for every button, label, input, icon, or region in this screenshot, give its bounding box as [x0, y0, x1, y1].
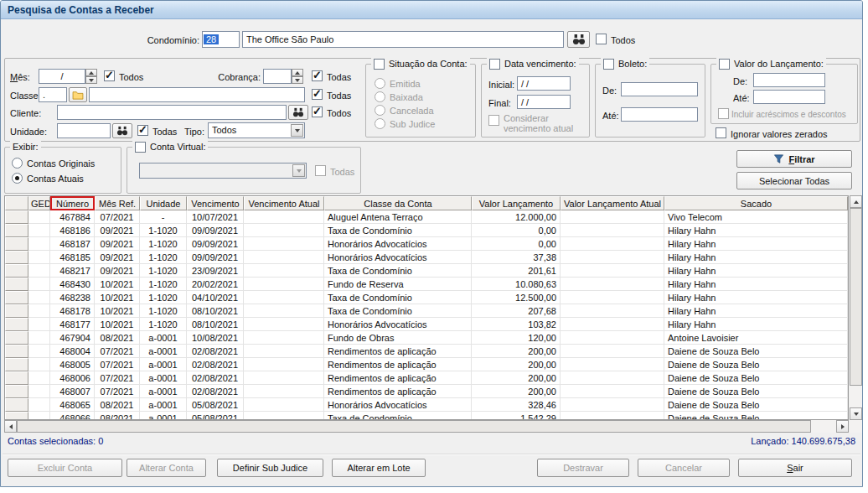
conta-virtual-dropdown-button[interactable]: [292, 164, 305, 177]
radio-emitida[interactable]: [375, 78, 385, 89]
conta-virtual-checkbox[interactable]: [135, 142, 146, 153]
scroll-right-button[interactable]: [836, 420, 849, 433]
selecionar-todas-button[interactable]: Selecionar Todas: [736, 172, 852, 189]
cliente-search-button[interactable]: [288, 105, 308, 120]
condominio-search-button[interactable]: [567, 31, 590, 48]
radio-baixada[interactable]: [375, 91, 385, 102]
row-selector[interactable]: [5, 398, 28, 412]
column-header-valor-atual[interactable]: Valor Lançamento Atual: [561, 196, 664, 210]
boleto-ate-input[interactable]: [621, 107, 698, 122]
definir-sub-judice-button[interactable]: Definir Sub Judice: [217, 459, 323, 477]
data-vencimento-checkbox[interactable]: [489, 59, 500, 70]
table-row[interactable]: 468005 07/2021 a-0001 02/08/2021 Rendime…: [5, 358, 848, 371]
table-row[interactable]: 468217 09/2021 1-1020 23/09/2021 Taxa de…: [5, 264, 848, 278]
column-header-vencimento[interactable]: Vencimento: [187, 196, 244, 210]
title-bar[interactable]: Pesquisa de Contas a Receber: [1, 1, 862, 19]
mes-spinner-up[interactable]: [85, 69, 97, 76]
table-row[interactable]: 468065 08/2021 a-0001 05/08/2021 Honorár…: [5, 398, 848, 412]
mes-spinner-down[interactable]: [85, 76, 97, 84]
alterar-em-lote-button[interactable]: Alterar em Lote: [332, 459, 426, 477]
row-selector[interactable]: [5, 224, 28, 237]
cliente-todos-checkbox[interactable]: [312, 106, 323, 117]
column-header-numero[interactable]: Número: [50, 196, 95, 210]
unidade-search-button[interactable]: [112, 123, 132, 138]
row-selector[interactable]: [5, 318, 28, 331]
row-selector[interactable]: [5, 251, 28, 264]
classe-code-input[interactable]: .: [39, 87, 67, 102]
table-row[interactable]: 468186 09/2021 1-1020 09/09/2021 Taxa de…: [5, 224, 848, 237]
row-selector[interactable]: [5, 237, 28, 251]
radio-sub-judice[interactable]: [375, 118, 385, 129]
tipo-dropdown-button[interactable]: [291, 124, 303, 137]
table-row[interactable]: 468006 07/2021 a-0001 02/08/2021 Rendime…: [5, 371, 848, 385]
row-selector[interactable]: [5, 345, 28, 358]
grid-horizontal-scrollbar[interactable]: [4, 420, 849, 433]
table-row[interactable]: 468187 09/2021 1-1020 09/09/2021 Honorár…: [5, 237, 848, 251]
cliente-input[interactable]: [57, 105, 287, 120]
cobranca-todas-checkbox[interactable]: [312, 70, 323, 81]
considerar-checkbox[interactable]: [488, 115, 499, 126]
table-row[interactable]: 468007 07/2021 a-0001 02/08/2021 Rendime…: [5, 385, 848, 398]
boleto-checkbox[interactable]: [603, 59, 614, 70]
table-row[interactable]: 468004 07/2021 a-0001 02/08/2021 Rendime…: [5, 345, 848, 358]
horizontal-scroll-thumb[interactable]: [17, 420, 811, 433]
row-selector[interactable]: [5, 291, 28, 304]
table-row[interactable]: 468238 10/2021 1-1020 04/10/2021 Taxa de…: [5, 291, 848, 304]
tipo-combobox[interactable]: Todos: [208, 122, 305, 138]
radio-contas-originais[interactable]: [12, 158, 23, 169]
situacao-checkbox[interactable]: [374, 59, 385, 70]
scroll-up-button[interactable]: [850, 195, 862, 208]
final-input[interactable]: / /: [517, 95, 571, 109]
column-header-valor[interactable]: Valor Lançamento: [472, 196, 561, 210]
row-selector[interactable]: [5, 371, 28, 385]
table-row[interactable]: 468177 10/2021 1-1020 08/10/2021 Honorár…: [5, 318, 848, 331]
inicial-input[interactable]: / /: [517, 76, 571, 91]
cobranca-input[interactable]: [263, 69, 292, 84]
unidade-todas-checkbox[interactable]: [137, 125, 148, 136]
classe-name-input[interactable]: [89, 87, 305, 102]
scroll-down-button[interactable]: [850, 407, 862, 420]
sair-button[interactable]: Sair: [738, 459, 852, 477]
valor-ate-input[interactable]: [753, 90, 825, 104]
column-header-ged[interactable]: GED: [28, 196, 50, 210]
alterar-conta-button[interactable]: Alterar Conta: [127, 459, 206, 477]
cobranca-spinner-up[interactable]: [292, 69, 303, 76]
row-selector[interactable]: [5, 358, 28, 371]
table-row[interactable]: 467904 08/2021 a-0001 10/08/2021 Fundo d…: [5, 331, 848, 345]
condominio-code-input[interactable]: 28: [202, 31, 240, 48]
table-row[interactable]: 468066 08/2021 a-0001 05/08/2021 Taxa de…: [5, 412, 848, 420]
vertical-scroll-thumb[interactable]: [850, 208, 862, 386]
scroll-left-button[interactable]: [4, 420, 17, 433]
radio-contas-atuais[interactable]: [12, 173, 23, 184]
table-row[interactable]: 468178 10/2021 1-1020 08/10/2021 Taxa de…: [5, 304, 848, 318]
column-header-unidade[interactable]: Unidade: [140, 196, 187, 210]
classe-todas-checkbox[interactable]: [312, 89, 323, 100]
table-row[interactable]: 467884 07/2021 - 10/07/2021 Aluguel Ante…: [5, 210, 848, 224]
column-header-classe[interactable]: Classe da Conta: [324, 196, 472, 210]
excluir-conta-button[interactable]: Excluir Conta: [8, 459, 122, 477]
column-header-vencimento-atual[interactable]: Vencimento Atual: [244, 196, 324, 210]
mes-todos-checkbox[interactable]: [104, 70, 115, 81]
row-selector[interactable]: [5, 278, 28, 291]
row-selector[interactable]: [5, 385, 28, 398]
destravar-button[interactable]: Destravar: [537, 459, 629, 477]
row-selector[interactable]: [5, 412, 28, 420]
grid-vertical-scrollbar[interactable]: [850, 195, 862, 420]
classe-lookup-button[interactable]: [69, 87, 87, 102]
row-selector[interactable]: [5, 331, 28, 345]
boleto-de-input[interactable]: [621, 82, 698, 96]
valor-de-input[interactable]: [753, 73, 825, 87]
table-row[interactable]: 468185 09/2021 1-1020 09/09/2021 Honorár…: [5, 251, 848, 264]
condominio-name-input[interactable]: The Office São Paulo: [242, 31, 564, 48]
conta-virtual-todas-checkbox[interactable]: [315, 165, 326, 176]
row-selector[interactable]: [5, 210, 28, 224]
ignorar-zerados-checkbox[interactable]: [716, 127, 726, 138]
incluir-acrescimos-checkbox[interactable]: [718, 108, 729, 119]
conta-virtual-combobox[interactable]: [139, 163, 307, 179]
filtrar-button[interactable]: Filtrar: [736, 150, 852, 168]
radio-cancelada[interactable]: [375, 105, 385, 116]
column-header-sacado[interactable]: Sacado: [664, 196, 848, 210]
unidade-input[interactable]: [57, 123, 111, 138]
row-selector[interactable]: [5, 304, 28, 318]
condominio-todos-checkbox[interactable]: [596, 34, 607, 44]
